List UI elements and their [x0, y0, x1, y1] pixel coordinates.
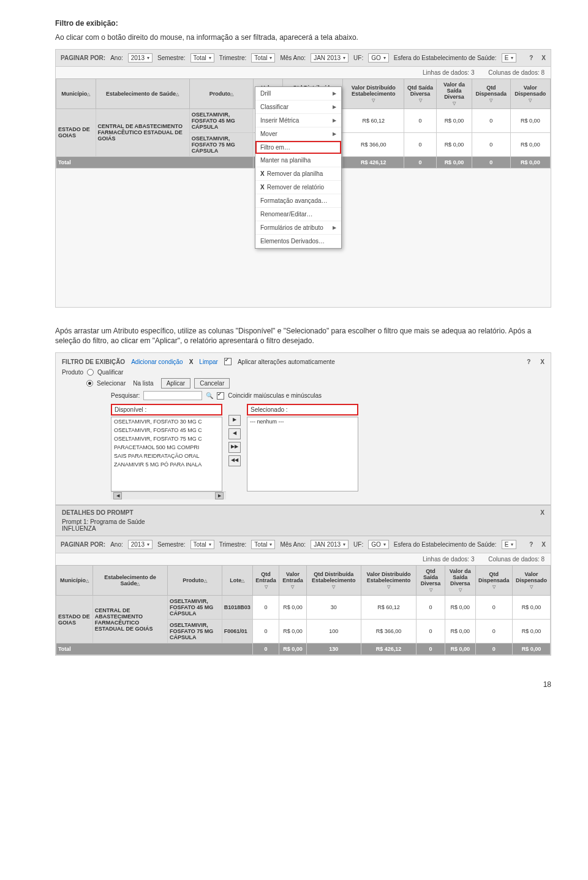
list-item[interactable]: ZANAMIVIR 5 MG PÓ PARA INALA	[111, 460, 222, 469]
ctx-remover-relatorio[interactable]: XRemover de relatório	[255, 181, 341, 194]
qualificar-label: Qualificar	[97, 369, 123, 376]
match-label: Coincidir maiúsculas e minúsculas	[228, 392, 322, 399]
th-estab[interactable]: Estabelecimento de Saúde△	[96, 78, 189, 108]
th-valdist[interactable]: Valor Distribuído Estabelecimento▽	[361, 566, 416, 596]
th-valent[interactable]: Valor Entrada▽	[279, 566, 306, 596]
colunas-count: Colunas de dados: 8	[488, 556, 545, 563]
uf-label: UF:	[353, 541, 363, 548]
th-estab[interactable]: Estabelecimento de Saúde△	[92, 566, 167, 596]
move-right-button[interactable]: ▶	[228, 415, 241, 426]
details-title: DETALHES DO PROMPT	[62, 509, 133, 516]
autoapply-label: Aplicar alterações automaticamente	[238, 358, 335, 365]
esf-select[interactable]: E	[502, 540, 517, 549]
move-left-button[interactable]: ◀	[228, 428, 241, 439]
ctx-mover[interactable]: Mover▶	[255, 127, 341, 141]
selecionado-header: Selecionado :	[247, 404, 358, 415]
ctx-filtro-em[interactable]: Filtro em…	[255, 141, 341, 154]
close-icon[interactable]: X	[540, 509, 545, 516]
list-item[interactable]: OSELTAMIVIR, FOSFATO 75 MG C	[111, 434, 222, 443]
data-grid-2: Município△ Estabelecimento de Saúde△ Pro…	[56, 565, 551, 655]
add-condition-link[interactable]: Adicionar condição	[131, 358, 183, 365]
list-item[interactable]: SAIS PARA REIDRATAÇÃO ORAL	[111, 452, 222, 460]
uf-select[interactable]: GO	[368, 53, 389, 63]
th-qtddist[interactable]: Qtd Distribuída Estabelecimento▽	[306, 566, 361, 596]
pesquisar-label: Pesquisar:	[111, 392, 140, 399]
th-qtddisp[interactable]: Qtd Dispensada▽	[475, 566, 512, 596]
ctx-inserir-metrica[interactable]: Inserir Métrica▶	[255, 114, 341, 127]
filter-panel: FILTRO DE EXIBIÇÃO Adicionar condição XL…	[56, 353, 551, 505]
help-icon[interactable]: ?	[529, 541, 533, 548]
sem-label: Semestre:	[157, 55, 186, 61]
autoapply-checkbox[interactable]	[224, 358, 232, 365]
mes-select[interactable]: JAN 2013	[311, 53, 349, 63]
th-municipio[interactable]: Município△	[56, 566, 93, 596]
ano-select[interactable]: 2013	[128, 540, 153, 549]
esf-select[interactable]: E	[502, 53, 517, 63]
ctx-formatacao[interactable]: Formatação avançada…	[255, 194, 341, 208]
ano-select[interactable]: 2013	[128, 53, 153, 63]
selecionar-radio[interactable]	[86, 380, 93, 387]
search-icon[interactable]: 🔍	[206, 392, 213, 399]
close-icon[interactable]: X	[541, 541, 546, 548]
aplicar-button[interactable]: Aplicar	[161, 378, 191, 389]
ctx-formularios[interactable]: Formulários de atributo▶	[255, 221, 341, 235]
th-valsaid[interactable]: Valor da Saída Diversa▽	[436, 78, 472, 108]
selecionado-listbox[interactable]: --- nenhum ---	[247, 417, 358, 491]
info-row-2: Linhas de dados: 3 Colunas de dados: 8	[56, 553, 551, 565]
move-all-left-button[interactable]: ◀◀	[228, 455, 241, 466]
section-title: Filtro de exibição:	[55, 18, 551, 29]
th-qtdsaid[interactable]: Qtd Saída Diversa▽	[404, 78, 437, 108]
th-qtddisp[interactable]: Qtd Dispensada▽	[472, 78, 511, 108]
linhas-count: Linhas de dados: 3	[423, 556, 475, 563]
prompt-line-1: Prompt 1: Programa de Saúde	[62, 518, 545, 525]
disponivel-listbox[interactable]: OSELTAMIVIR, FOSFATO 30 MG COSELTAMIVIR,…	[111, 417, 222, 491]
th-qtdsaid[interactable]: Qtd Saída Diversa▽	[417, 566, 445, 596]
ctx-renomear[interactable]: Renomear/Editar…	[255, 208, 341, 221]
close-icon[interactable]: X	[541, 55, 546, 61]
list-item[interactable]: PARACETAMOL 500 MG COMPRI	[111, 443, 222, 452]
ctx-classificar[interactable]: Classificar▶	[255, 101, 341, 114]
total-row: Total0R$ 0,00130R$ 426,120R$ 0,000R$ 0,0…	[56, 643, 551, 655]
th-produto[interactable]: Produto△	[189, 78, 254, 108]
mes-label: Mês Ano:	[280, 55, 306, 61]
mes-select[interactable]: JAN 2013	[311, 540, 349, 549]
th-valdisp[interactable]: Valor Dispensado▽	[510, 78, 550, 108]
list-item[interactable]: OSELTAMIVIR, FOSFATO 30 MG C	[111, 417, 222, 426]
ctx-remover-planilha[interactable]: XRemover da planilha	[255, 167, 341, 181]
ctx-derivados[interactable]: Elementos Derivados…	[255, 235, 341, 248]
prompt-line-2: INFLUENZA	[62, 525, 545, 532]
scroll-left-icon[interactable]: ◀	[113, 492, 122, 499]
qualificar-radio[interactable]	[87, 369, 94, 376]
tri-label: Trimestre:	[219, 541, 247, 548]
sem-select[interactable]: Total	[190, 540, 214, 549]
th-produto[interactable]: Produto△	[168, 566, 222, 596]
page-number: 18	[55, 674, 551, 689]
cancelar-button[interactable]: Cancelar	[194, 378, 230, 389]
th-municipio[interactable]: Município△	[56, 78, 96, 108]
uf-select[interactable]: GO	[368, 540, 389, 549]
th-valdisp[interactable]: Valor Dispensado▽	[513, 566, 551, 596]
limpar-link[interactable]: Limpar	[199, 358, 218, 365]
search-input[interactable]	[143, 391, 202, 400]
close-icon[interactable]: X	[540, 358, 545, 365]
tri-select[interactable]: Total	[251, 53, 275, 63]
match-case-checkbox[interactable]	[217, 392, 224, 400]
tri-select[interactable]: Total	[251, 540, 275, 549]
mid-text: Após arrastar um Atributo específico, ut…	[55, 326, 551, 347]
scroll-right-icon[interactable]: ▶	[215, 492, 224, 499]
th-valsaid[interactable]: Valor da Saída Diversa▽	[445, 566, 475, 596]
nalista-select[interactable]: Na lista	[133, 380, 153, 387]
screenshot-1: PAGINAR POR: Ano:2013 Semestre:Total Tri…	[55, 49, 551, 308]
th-lote[interactable]: Lote△	[222, 566, 252, 596]
help-icon[interactable]: ?	[527, 358, 530, 365]
help-icon[interactable]: ?	[529, 55, 533, 61]
ctx-manter[interactable]: Manter na planilha	[255, 154, 341, 167]
sem-select[interactable]: Total	[190, 53, 214, 63]
th-qtdent[interactable]: Qtd Entrada▽	[252, 566, 279, 596]
list-item[interactable]: OSELTAMIVIR, FOSFATO 45 MG C	[111, 426, 222, 434]
ctx-drill[interactable]: Drill▶	[255, 87, 341, 101]
th-valdist[interactable]: Valor Distribuído Estabelecimento▽	[343, 78, 404, 108]
mes-label: Mês Ano:	[280, 541, 306, 548]
move-all-right-button[interactable]: ▶▶	[228, 442, 241, 453]
ano-label: Ano:	[110, 541, 123, 548]
